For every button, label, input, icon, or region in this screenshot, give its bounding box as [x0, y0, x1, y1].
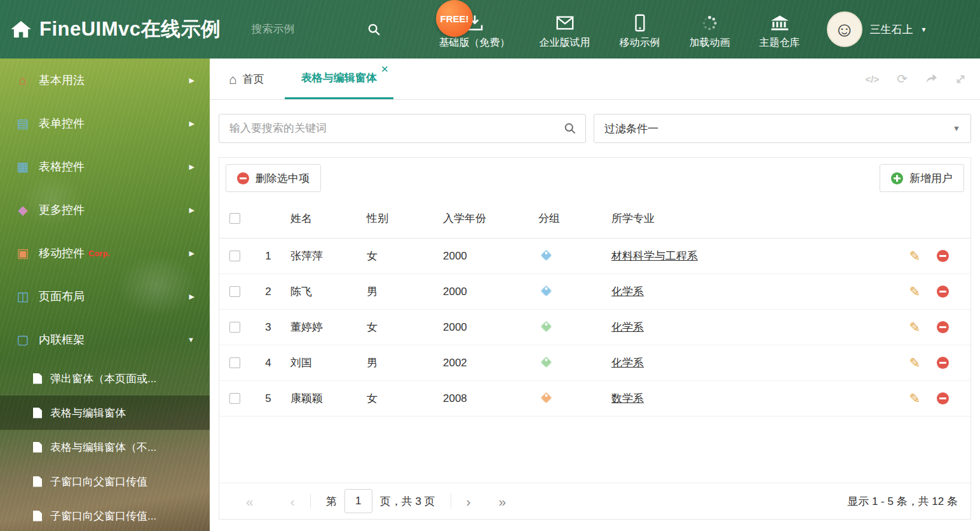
chevron-down-icon: ▼ [953, 124, 960, 133]
row-checkbox[interactable] [229, 251, 240, 261]
edit-icon[interactable]: ✎ [909, 392, 920, 405]
edit-icon[interactable]: ✎ [909, 356, 920, 369]
header-search-input[interactable] [250, 22, 362, 36]
add-user-button[interactable]: 新增用户 [880, 164, 964, 192]
page-suffix-label: 页，共 3 页 [380, 494, 435, 509]
plus-circle-icon [891, 172, 903, 184]
sidebar-item-more-controls[interactable]: ◆ 更多控件 ▶ [0, 188, 210, 231]
search-icon[interactable] [564, 122, 576, 135]
table-row: 1 张萍萍 女 2000 材料科学与工程系 ✎ [219, 238, 970, 274]
home-tab-icon: ⌂ [229, 72, 237, 86]
tab-grid-edit-window[interactable]: 表格与编辑窗体 ✕ [285, 59, 393, 99]
layout-icon: ◫ [15, 290, 31, 303]
row-number: 3 [250, 321, 287, 334]
edit-icon[interactable]: ✎ [909, 285, 920, 298]
mobile-control-icon: ▣ [15, 247, 31, 259]
cell-gender: 男 [363, 284, 439, 299]
col-major[interactable]: 所学专业 [608, 211, 901, 226]
delete-selected-button[interactable]: 删除选中项 [226, 164, 321, 192]
tab-home[interactable]: ⌂ 首页 [219, 59, 275, 99]
sidebar-item-grid-controls[interactable]: ▦ 表格控件 ▶ [0, 145, 210, 188]
chevron-right-icon: ▶ [189, 163, 194, 171]
cell-gender: 男 [363, 355, 439, 370]
sidebar-item-basic-usage[interactable]: ⌂ 基本用法 ▶ [0, 59, 210, 102]
prev-page-icon[interactable]: ‹ [290, 495, 295, 508]
nav-theme-repo[interactable]: 主题仓库 [759, 9, 800, 50]
user-name[interactable]: 三生石上 [870, 22, 913, 37]
sidebar-subitem-popup-window[interactable]: 弹出窗体（本页面或... [0, 361, 210, 396]
last-page-icon[interactable]: » [499, 495, 507, 508]
row-checkbox[interactable] [229, 322, 240, 333]
table-header-row: 姓名 性别 入学年份 分组 所学专业 [219, 198, 970, 238]
delete-icon[interactable] [937, 286, 949, 298]
select-all-checkbox[interactable] [229, 213, 240, 224]
sidebar-item-form-controls[interactable]: ▤ 表单控件 ▶ [0, 102, 210, 145]
page-prefix-label: 第 [326, 494, 337, 509]
col-name[interactable]: 姓名 [287, 211, 363, 226]
col-year[interactable]: 入学年份 [439, 211, 534, 226]
keyword-search-input[interactable] [228, 121, 564, 135]
sidebar-subitem-child-to-parent-2[interactable]: 子窗口向父窗口传值... [0, 499, 210, 531]
close-icon[interactable]: ✕ [381, 64, 389, 74]
pager-divider [451, 493, 451, 509]
refresh-icon[interactable]: ⟳ [897, 72, 908, 85]
house-icon: ⌂ [15, 74, 31, 86]
file-icon [33, 476, 42, 487]
cell-name: 康颖颖 [287, 391, 363, 406]
row-number: 4 [250, 357, 287, 369]
nav-mobile-demo[interactable]: 移动示例 [620, 9, 660, 50]
next-page-icon[interactable]: › [466, 495, 471, 508]
delete-icon[interactable] [937, 250, 949, 262]
col-group[interactable]: 分组 [534, 211, 608, 226]
corp-badge: Corp. [88, 249, 110, 258]
file-icon [33, 408, 42, 418]
grid-panel: 删除选中项 新增用户 姓名 性别 入学年份 分组 所学专业 1 [219, 157, 971, 520]
chevron-down-icon: ▼ [187, 336, 194, 343]
sidebar-item-mobile-controls[interactable]: ▣ 移动控件 Corp. ▶ [0, 231, 210, 275]
delete-icon[interactable] [937, 392, 949, 404]
row-checkbox[interactable] [229, 286, 240, 297]
delete-icon[interactable] [937, 357, 949, 369]
major-link[interactable]: 化学系 [611, 321, 644, 333]
user-menu: ☺ 三生石上 ▼ [827, 11, 927, 47]
frame-icon: ▢ [15, 333, 31, 346]
sidebar-item-iframe[interactable]: ▢ 内联框架 ▼ [0, 318, 210, 361]
search-icon[interactable] [367, 23, 381, 36]
page-number-input[interactable] [344, 489, 372, 513]
source-code-icon[interactable]: </> [866, 74, 880, 84]
row-checkbox[interactable] [229, 357, 240, 368]
table-row: 2 陈飞 男 2000 化学系 ✎ [219, 274, 970, 310]
file-icon [33, 511, 42, 521]
expand-icon[interactable] [955, 74, 966, 85]
major-link[interactable]: 化学系 [611, 357, 644, 369]
edit-icon[interactable]: ✎ [909, 321, 920, 334]
app-title: FineUIMvc在线示例 [39, 16, 221, 43]
major-link[interactable]: 化学系 [611, 286, 644, 298]
col-gender[interactable]: 性别 [363, 211, 439, 226]
row-number: 5 [250, 392, 287, 405]
row-checkbox[interactable] [229, 393, 240, 404]
nav-loading-animation[interactable]: 加载动画 [690, 9, 730, 50]
sidebar-subitem-child-to-parent[interactable]: 子窗口向父窗口传值 [0, 464, 210, 499]
sidebar-subitem-grid-edit-window-2[interactable]: 表格与编辑窗体（不... [0, 430, 210, 464]
shapes-icon: ◆ [15, 203, 31, 216]
row-number: 1 [250, 250, 287, 263]
home-icon[interactable] [10, 20, 32, 39]
table-row: 4 刘国 男 2002 化学系 ✎ [219, 345, 970, 381]
first-page-icon[interactable]: « [246, 495, 254, 508]
forward-icon[interactable] [925, 74, 937, 84]
avatar[interactable]: ☺ [827, 11, 862, 47]
pagination-bar: « ‹ 第 页，共 3 页 › » 显示 1 - 5 条，共 12 条 [219, 483, 970, 519]
delete-icon[interactable] [937, 321, 949, 333]
major-link[interactable]: 数学系 [611, 392, 644, 404]
sidebar-item-page-layout[interactable]: ◫ 页面布局 ▶ [0, 275, 210, 318]
cell-gender: 女 [363, 320, 439, 334]
filter-dropdown[interactable]: 过滤条件一 ▼ [594, 114, 971, 143]
major-link[interactable]: 材料科学与工程系 [611, 250, 698, 262]
nav-enterprise-trial[interactable]: 企业版试用 [540, 9, 590, 50]
sidebar-subitem-grid-edit-window[interactable]: 表格与编辑窗体 [0, 396, 210, 430]
chevron-down-icon[interactable]: ▼ [921, 26, 927, 33]
edit-icon[interactable]: ✎ [909, 249, 920, 263]
chevron-right-icon: ▶ [189, 76, 194, 85]
tab-tools: </> ⟳ [866, 59, 980, 99]
